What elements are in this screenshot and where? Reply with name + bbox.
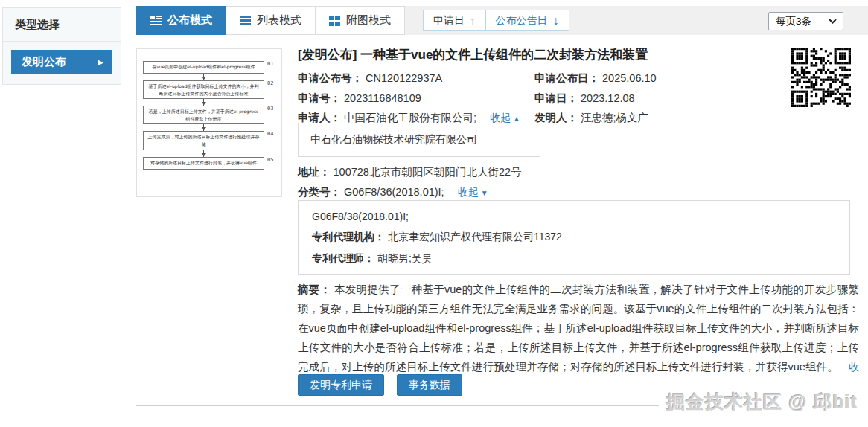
flowchart-step-number: 05 xyxy=(264,157,275,163)
flowchart-step-box: 基于所述el-upload组件获取目标上传文件的大小，并判断所述目标上传文件的大… xyxy=(143,80,264,99)
tab-label: 公布模式 xyxy=(167,13,212,28)
agent-row: 专利代理师： 胡晓男;吴昊 xyxy=(312,252,836,266)
list-icon xyxy=(240,16,251,25)
transaction-data-button[interactable]: 事务数据 xyxy=(397,374,462,396)
field-publication-number: 申请公布号： CN120122937A xyxy=(298,71,442,86)
classification-extra: G06F8/38(2018.01)I; xyxy=(312,211,836,222)
field-classification: 分类号： G06F8/36(2018.01)I; 收起▼ xyxy=(298,185,488,199)
field-label: 申请人： xyxy=(298,112,341,123)
field-value: CN120122937A xyxy=(366,72,442,84)
page-size-value: 每页3条 xyxy=(776,15,811,28)
field-label: 申请号： xyxy=(298,92,341,104)
flowchart-step-number: 02 xyxy=(264,80,275,86)
collapse-label: 收起 xyxy=(458,186,479,198)
type-filter-panel: 类型选择 发明公布 ▶ xyxy=(2,7,121,85)
page-size-select[interactable]: 每页3条 xyxy=(768,12,843,30)
agency-row: 专利代理机构： 北京聿宏知识产权代理有限公司11372 xyxy=(312,231,836,244)
qr-code xyxy=(791,48,851,107)
flowchart-step-box: 上传完成后，对上传的所述目标上传文件进行预处理并存储 xyxy=(143,131,264,150)
sort-application-date-button[interactable]: 申请日 ↑ xyxy=(423,10,486,31)
co-applicant-name: 中石化石油物探技术研究院有限公司 xyxy=(310,133,477,145)
flowchart-step: 对存储的所述目标上传文件进行封装，并获得vue组件 05 xyxy=(143,157,275,170)
abstract-label: 摘要： xyxy=(298,283,331,295)
field-label: 专利代理师： xyxy=(312,252,374,264)
field-label: 地址： xyxy=(298,166,331,178)
chevron-down-icon xyxy=(829,19,837,24)
co-applicant-box: 中石化石油物探技术研究院有限公司 xyxy=(298,123,540,157)
field-value: 胡晓男;吴昊 xyxy=(377,252,433,264)
field-label: 申请公布日： xyxy=(534,72,599,84)
field-value: 100728北京市朝阳区朝阳门北大街22号 xyxy=(334,166,522,178)
flowchart-thumbnail[interactable]: 在vue页面中创建el-upload组件和el-progress组件 01 基于… xyxy=(136,48,282,197)
patent-title: [发明公布] 一种基于vue的文件上传组件的二次封装方法和装置 xyxy=(298,46,782,63)
flowchart-step-number: 04 xyxy=(264,131,275,137)
field-label: 申请日： xyxy=(534,92,578,104)
sort-publication-date-button[interactable]: 公布公告日 ↓ xyxy=(485,10,569,31)
collapse-classification-link[interactable]: 收起▼ xyxy=(458,186,488,198)
watermark-text: 掘金技术社区 @ 邱bit xyxy=(659,390,858,414)
flowchart-connector xyxy=(143,74,275,80)
abstract-text: 本发明提供了一种基于vue的文件上传组件的二次封装方法和装置，解决了针对于文件上… xyxy=(298,283,859,373)
flowchart-connector xyxy=(143,150,275,157)
field-label: 专利代理机构： xyxy=(312,231,385,243)
flowchart-connector xyxy=(143,124,275,131)
sidebar-item-invention-publication[interactable]: 发明公布 ▶ xyxy=(11,50,112,74)
sidebar-title: 类型选择 xyxy=(3,8,121,42)
tab-publication-mode[interactable]: 公布模式 xyxy=(136,6,226,35)
detail-list-icon xyxy=(150,16,162,25)
collapse-label: 收起 xyxy=(490,112,511,123)
field-value: 2023116848109 xyxy=(344,92,421,104)
flowchart-step-box: 若是，上传所述目标上传文件，并基于所述el-progress组件获取上传进度 xyxy=(143,106,264,124)
flowchart-step-box: 在vue页面中创建el-upload组件和el-progress组件 xyxy=(143,61,264,74)
triangle-up-icon: ▲ xyxy=(513,115,520,123)
field-application-number: 申请号： 2023116848109 xyxy=(298,92,421,106)
field-value: 中国石油化工股份有限公司; xyxy=(344,112,476,123)
tab-label: 附图模式 xyxy=(346,13,391,28)
field-publication-date: 申请公布日： 2025.06.10 xyxy=(534,71,657,86)
flowchart-step-box: 对存储的所述目标上传文件进行封装，并获得vue组件 xyxy=(143,157,264,170)
field-value: 北京聿宏知识产权代理有限公司11372 xyxy=(388,231,562,243)
field-application-date: 申请日： 2023.12.08 xyxy=(534,92,635,106)
arrow-down-icon: ↓ xyxy=(553,14,559,28)
flowchart-step: 基于所述el-upload组件获取目标上传文件的大小，并判断所述目标上传文件的大… xyxy=(143,80,275,99)
action-buttons: 发明专利申请 事务数据 xyxy=(298,374,462,396)
field-value: G06F8/36(2018.01)I; xyxy=(344,186,444,198)
toolbar: 公布模式 列表模式 附图模式 申请日 ↑ 公布公告日 ↓ xyxy=(136,6,868,35)
sidebar-item-label: 发明公布 xyxy=(22,55,66,69)
flowchart-step: 若是，上传所述目标上传文件，并基于所述el-progress组件获取上传进度 0… xyxy=(143,106,275,124)
flowchart-step-number: 01 xyxy=(264,61,275,67)
tab-label: 列表模式 xyxy=(257,13,301,28)
field-label: 分类号： xyxy=(298,186,341,198)
tab-list-mode[interactable]: 列表模式 xyxy=(226,6,316,35)
classification-detail-box: G06F8/38(2018.01)I; 专利代理机构： 北京聿宏知识产权代理有限… xyxy=(298,200,850,275)
flowchart-step: 上传完成后，对上传的所述目标上传文件进行预处理并存储 04 xyxy=(143,131,275,150)
triangle-down-icon: ▼ xyxy=(481,189,488,197)
field-value: 2025.06.10 xyxy=(602,72,657,84)
grid-icon xyxy=(329,16,340,26)
flowchart-step-number: 03 xyxy=(264,106,275,112)
field-label: 发明人： xyxy=(534,112,578,123)
flowchart-connector xyxy=(143,99,275,106)
field-value: 2023.12.08 xyxy=(581,92,635,104)
chevron-right-icon: ▶ xyxy=(98,59,103,66)
sort-label: 公布公告日 xyxy=(496,14,548,28)
field-value: 汪忠德;杨文广 xyxy=(581,112,648,123)
arrow-up-icon: ↑ xyxy=(470,14,476,27)
collapse-applicants-link[interactable]: 收起▲ xyxy=(490,112,520,123)
patent-detail-page: 类型选择 发明公布 ▶ 公布模式 列表模式 xyxy=(0,0,868,427)
field-address: 地址： 100728北京市朝阳区朝阳门北大街22号 xyxy=(298,165,522,179)
sort-controls: 申请日 ↑ 公布公告日 ↓ xyxy=(423,10,569,31)
tab-figure-mode[interactable]: 附图模式 xyxy=(315,6,405,35)
invention-application-button[interactable]: 发明专利申请 xyxy=(298,374,384,396)
flowchart-step: 在vue页面中创建el-upload组件和el-progress组件 01 xyxy=(143,61,275,74)
field-label: 申请公布号： xyxy=(298,72,363,84)
field-inventors: 发明人： 汪忠德;杨文广 xyxy=(534,111,648,125)
sort-label: 申请日 xyxy=(433,14,465,28)
